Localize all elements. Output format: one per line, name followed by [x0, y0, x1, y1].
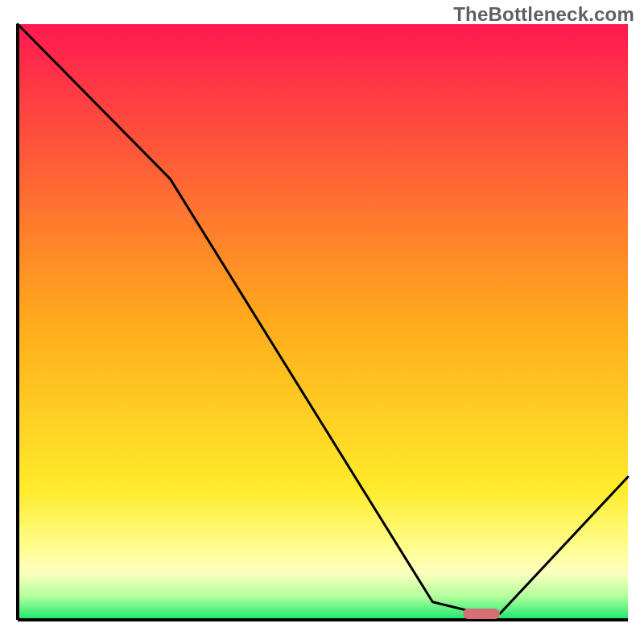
plot-background — [18, 24, 628, 620]
bottleneck-chart — [0, 0, 644, 644]
target-zone-marker — [463, 609, 500, 619]
